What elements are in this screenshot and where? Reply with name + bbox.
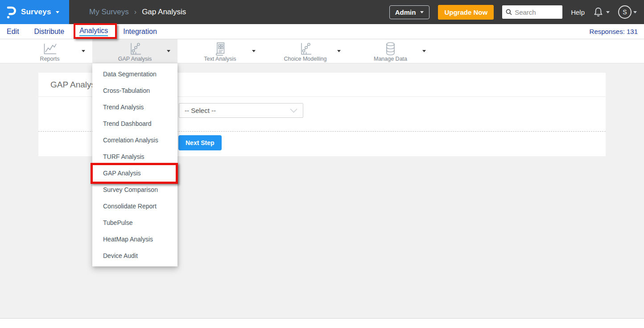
toolbar-item-label: GAP Analysis [118, 56, 152, 62]
survey-nav: Edit Distribute Analytics Integration Re… [0, 24, 644, 39]
chevron-down-icon [420, 11, 424, 13]
chevron-down-icon [252, 50, 256, 52]
next-step-button[interactable]: Next Step [178, 135, 222, 150]
menu-item-tubepulse[interactable]: TubePulse [92, 214, 178, 231]
toolbar-item-label: Text Analysis [204, 56, 236, 62]
admin-label: Admin [395, 8, 416, 16]
chevron-down-icon [167, 50, 170, 52]
breadcrumb-separator: › [134, 8, 136, 16]
menu-item-gap-analysis[interactable]: GAP Analysis [92, 165, 178, 181]
chevron-down-icon [606, 11, 610, 13]
line-chart-icon [42, 42, 58, 55]
menu-item-trend-dashboard[interactable]: Trend Dashboard [92, 115, 178, 132]
breadcrumb-current: Gap Analysis [142, 8, 186, 17]
help-link[interactable]: Help [571, 8, 585, 16]
toolbar-item-manage-data[interactable]: Manage Data [348, 39, 433, 63]
menu-item-data-segmentation[interactable]: Data Segmentation [92, 66, 178, 82]
menu-item-consolidate-report[interactable]: Consolidate Report [92, 198, 178, 214]
menu-item-survey-comparison[interactable]: Survey Comparison [92, 181, 178, 198]
bell-icon [593, 7, 603, 18]
toolbar-item-label: Reports [40, 56, 60, 62]
top-header: Surveys My Surveys › Gap Analysis Admin … [0, 0, 644, 24]
chevron-down-icon [337, 50, 341, 52]
breadcrumb: My Surveys › Gap Analysis [89, 8, 186, 17]
breadcrumb-my-surveys[interactable]: My Surveys [89, 8, 129, 17]
menu-item-heatmap-analysis[interactable]: HeatMap Analysis [92, 231, 178, 247]
chevron-down-icon [633, 11, 637, 13]
document-grid-icon [215, 42, 226, 55]
chevron-down-icon [56, 11, 59, 13]
gap-analysis-page: Surveys My Surveys › Gap Analysis Admin … [0, 0, 644, 328]
toolbar-item-label: Manage Data [374, 56, 407, 62]
analytics-toolbar: Reports GAP Analys [0, 39, 644, 63]
select-value: -- Select -- [185, 107, 290, 114]
nav-item-integration[interactable]: Integration [123, 28, 157, 36]
search-icon [506, 9, 512, 15]
menu-item-cross-tabulation[interactable]: Cross-Tabulation [92, 82, 178, 99]
bubble-trend-chart-icon [128, 42, 142, 55]
nav-item-analytics[interactable]: Analytics [79, 27, 108, 36]
surveys-product-switcher[interactable]: Surveys [0, 0, 69, 24]
notifications-menu[interactable] [593, 7, 610, 18]
toolbar-item-choice-modelling[interactable]: Choice Modelling [263, 39, 348, 63]
questionpro-logo-icon [6, 6, 17, 19]
toolbar-item-text-analysis[interactable]: Text Analysis [178, 39, 263, 63]
nav-item-edit[interactable]: Edit [7, 28, 19, 36]
responses-count: Responses: 131 [590, 28, 638, 35]
global-search [502, 5, 562, 19]
header-controls: Admin Upgrade Now Help [389, 5, 644, 20]
menu-item-trend-analysis[interactable]: Trend Analysis [92, 99, 178, 115]
menu-item-turf-analysis[interactable]: TURF Analysis [92, 148, 178, 165]
user-account-menu[interactable]: S [618, 5, 637, 19]
menu-item-correlation-analysis[interactable]: Correlation Analysis [92, 132, 178, 148]
avatar: S [618, 5, 632, 19]
toolbar-item-gap-analysis[interactable]: GAP Analysis [92, 39, 178, 63]
toolbar-item-reports[interactable]: Reports [7, 39, 92, 63]
chevron-down-icon [290, 108, 297, 113]
gap-analysis-dropdown-menu: Data Segmentation Cross-Tabulation Trend… [92, 63, 178, 266]
admin-dropdown-button[interactable]: Admin [389, 5, 430, 19]
upgrade-now-button[interactable]: Upgrade Now [438, 5, 494, 20]
chevron-down-icon [422, 50, 426, 52]
bubble-trend-chart-icon [298, 42, 313, 55]
menu-item-device-audit[interactable]: Device Audit [92, 247, 178, 264]
footer-bar [0, 318, 644, 328]
toolbar-item-label: Choice Modelling [284, 56, 327, 62]
database-icon [384, 42, 396, 55]
chevron-down-icon [82, 50, 85, 52]
search-input[interactable] [515, 8, 559, 16]
nav-item-distribute[interactable]: Distribute [34, 28, 65, 36]
question-select-dropdown[interactable]: -- Select -- [179, 103, 303, 118]
product-label: Surveys [21, 8, 51, 17]
